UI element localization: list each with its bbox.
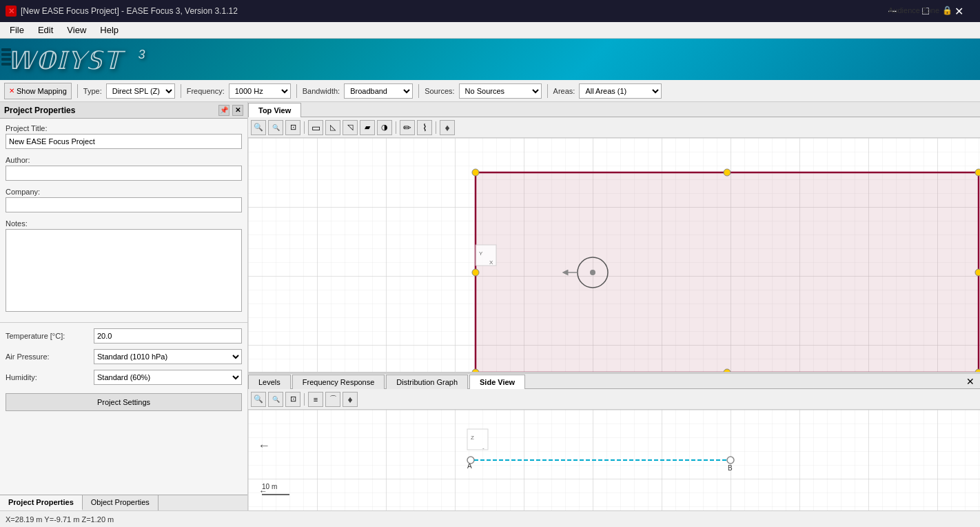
menu-bar: File Edit View Help — [0, 22, 980, 39]
type-select[interactable]: Direct SPL (Z) — [106, 83, 175, 99]
temperature-label: Temperature [°C]: — [6, 332, 88, 340]
pin-button[interactable]: 📌 — [218, 105, 229, 116]
author-section: Author: — [0, 155, 247, 186]
menu-view[interactable]: View — [60, 23, 93, 37]
sources-label: Sources: — [425, 87, 454, 95]
trap-right-tool[interactable]: ◺ — [325, 120, 340, 135]
svg-text:←: ← — [258, 439, 270, 453]
svg-text:Y: Y — [479, 250, 483, 257]
sources-select[interactable]: No Sources — [459, 83, 542, 99]
project-title-input[interactable] — [6, 134, 242, 149]
zoom-in-button[interactable]: 🔍 — [251, 120, 266, 135]
svg-rect-2 — [476, 172, 979, 372]
humidity-label: Humidity: — [6, 373, 88, 381]
svg-text:Z: Z — [471, 435, 474, 441]
coordinates: X=28.19 m Y=-9.71 m Z=1.20 m — [6, 515, 114, 524]
divider-1 — [0, 322, 247, 323]
frequency-label: Frequency: — [187, 87, 225, 95]
bv-zoom-out[interactable]: 🔍 — [268, 392, 283, 407]
window-title: [New EASE Focus Project] - EASE Focus 3,… — [21, 6, 238, 16]
top-view-tab-strip: Top View — [248, 102, 980, 117]
menu-help[interactable]: Help — [93, 23, 125, 37]
company-section: Company: — [0, 186, 247, 218]
rect-tool[interactable]: ▭ — [308, 120, 323, 135]
speaker-tool[interactable]: ♦ — [440, 120, 455, 135]
company-label: Company: — [6, 188, 242, 196]
bottom-canvas[interactable]: ← Z - A B 10 m — [248, 410, 980, 510]
bandwidth-select[interactable]: Broadband — [344, 83, 413, 99]
tab-side-view[interactable]: Side View — [469, 375, 525, 389]
author-input[interactable] — [6, 166, 242, 181]
app-icon: ✕ — [6, 6, 17, 17]
logo-text: 𝕎𝕆𝕀𝕐𝕊𝕋 3 — [7, 43, 148, 75]
tab-distribution-graph[interactable]: Distribution Graph — [386, 375, 468, 389]
zoom-fit-button[interactable]: ⊡ — [285, 120, 300, 135]
bv-sep-1 — [304, 393, 305, 406]
air-pressure-row: Air Pressure: Standard (1010 hPa) — [0, 346, 247, 367]
pen-tool[interactable]: ✏ — [400, 120, 415, 135]
svg-point-12 — [590, 270, 595, 275]
air-pressure-select[interactable]: Standard (1010 hPa) — [94, 349, 242, 364]
top-view-canvas[interactable]: Y X 10 m ← ⊡ — [248, 138, 980, 372]
notes-textarea[interactable] — [6, 229, 242, 312]
bottom-tabs-left: Levels Frequency Response Distribution G… — [248, 374, 527, 388]
toolbar-sep-4 — [418, 84, 419, 98]
menu-file[interactable]: File — [3, 23, 31, 37]
toolbar-sep-1 — [77, 84, 78, 98]
para-tool[interactable]: ▰ — [360, 120, 375, 135]
logo-bar: 𝕎𝕆𝕀𝕐𝕊𝕋 3 — [0, 39, 980, 80]
project-settings-button[interactable]: Project Settings — [6, 393, 242, 411]
zoom-out-button[interactable]: 🔍 — [268, 120, 283, 135]
tab-frequency-response[interactable]: Frequency Response — [292, 375, 385, 389]
company-input[interactable] — [6, 197, 242, 212]
temperature-input[interactable] — [94, 328, 242, 344]
bv-arc-tool[interactable]: ⌒ — [325, 392, 340, 407]
panel-header-controls[interactable]: 📌 ✕ — [218, 105, 243, 116]
show-mapping-button[interactable]: ✕ Show Mapping — [4, 83, 72, 99]
project-title-label: Project Title: — [6, 124, 242, 132]
toolbar-sep-5 — [547, 84, 548, 98]
svg-point-9 — [472, 269, 479, 276]
trap-left-tool[interactable]: ◹ — [343, 120, 358, 135]
bv-levels-icon[interactable]: ≡ — [308, 392, 323, 407]
vt-sep-1 — [304, 121, 305, 134]
humidity-select[interactable]: Standard (60%) — [94, 370, 242, 385]
main-layout: Project Properties 📌 ✕ Project Title: Au… — [0, 102, 980, 510]
draw-tool[interactable]: ⌇ — [417, 120, 432, 135]
bv-speaker-tool[interactable]: ♦ — [343, 392, 358, 407]
menu-edit[interactable]: Edit — [31, 23, 60, 37]
tab-object-properties[interactable]: Object Properties — [83, 495, 159, 510]
mapping-icon: ✕ — [9, 87, 14, 95]
toolbar-sep-3 — [296, 84, 297, 98]
main-toolbar: ✕ Show Mapping Type: Direct SPL (Z) Freq… — [0, 80, 980, 102]
svg-text:B: B — [728, 464, 733, 472]
top-view-toolbar: 🔍 🔍 ⊡ ▭ ◺ ◹ ▰ ◑ ✏ ⌇ ♦ — [248, 117, 980, 138]
panel-title: Project Properties — [4, 106, 75, 115]
bv-zoom-in[interactable]: 🔍 — [251, 392, 266, 407]
project-title-section: Project Title: — [0, 119, 247, 155]
svg-point-7 — [724, 169, 731, 176]
bottom-panel-close[interactable]: ✕ — [963, 375, 977, 388]
tab-project-properties[interactable]: Project Properties — [0, 495, 83, 510]
toolbar-sep-2 — [181, 84, 181, 98]
left-panel: Project Properties 📌 ✕ Project Title: Au… — [0, 102, 248, 510]
top-view-svg: Y X 10 m ← ⊡ — [248, 138, 980, 372]
svg-text:X: X — [489, 259, 493, 266]
tab-levels[interactable]: Levels — [248, 375, 291, 389]
svg-text:←: ← — [259, 486, 267, 496]
svg-point-33 — [467, 457, 474, 464]
fan-tool[interactable]: ◑ — [377, 120, 392, 135]
top-view-tab[interactable]: Top View — [248, 103, 301, 117]
frequency-select[interactable]: 1000 Hz — [229, 83, 291, 99]
areas-select[interactable]: All Areas (1) — [579, 83, 662, 99]
svg-point-3 — [472, 169, 479, 176]
bottom-tab-strip: Project Properties Object Properties — [0, 495, 247, 510]
svg-point-4 — [975, 169, 980, 176]
humidity-row: Humidity: Standard (60%) — [0, 367, 247, 388]
panel-close-button[interactable]: ✕ — [232, 105, 243, 116]
type-label: Type: — [83, 87, 102, 95]
side-view-svg: ← Z - A B 10 m — [248, 410, 980, 510]
status-bar: X=28.19 m Y=-9.71 m Z=1.20 m — [0, 510, 980, 527]
bv-zoom-fit[interactable]: ⊡ — [285, 392, 300, 407]
svg-point-35 — [727, 457, 734, 464]
